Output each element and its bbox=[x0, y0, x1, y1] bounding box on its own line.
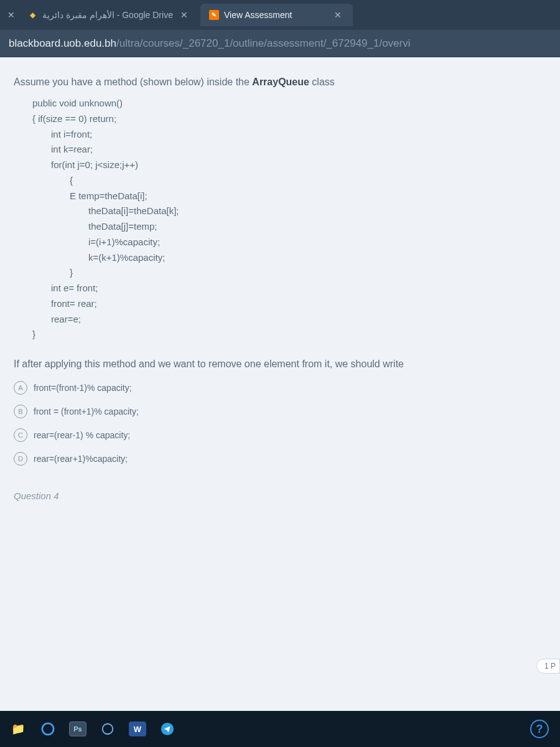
question-followup: If after applying this method and we wan… bbox=[14, 359, 546, 370]
code-line: E temp=theData[i]; bbox=[70, 189, 546, 204]
answer-option-c[interactable]: Crear=(rear-1) % capacity; bbox=[14, 428, 546, 442]
tab-bar: ✕ ◆ الأهرام مقبرة دائرية - Google Drive … bbox=[0, 0, 560, 30]
points-pill: 1 P bbox=[536, 659, 560, 674]
code-line: theData[i]=theData[k]; bbox=[88, 204, 546, 219]
word-icon[interactable]: W bbox=[124, 716, 151, 742]
question-prompt: Assume you have a method (shown below) i… bbox=[14, 75, 546, 90]
code-line: public void unknown() bbox=[32, 96, 546, 111]
tab-view-assessment[interactable]: ✎ View Assessment ✕ bbox=[200, 4, 353, 26]
next-question-label: Question 4 bbox=[14, 491, 546, 501]
tab-label: الأهرام مقبرة دائرية - Google Drive bbox=[42, 10, 173, 20]
code-line: k=(k+1)%capacity; bbox=[88, 250, 546, 266]
answer-option-d[interactable]: Drear=(rear+1)%capacity; bbox=[14, 452, 546, 466]
svg-point-1 bbox=[103, 724, 113, 735]
cortana-icon[interactable] bbox=[95, 716, 121, 742]
code-line: int i=front; bbox=[51, 127, 546, 143]
option-text: rear=(rear+1)%capacity; bbox=[34, 454, 128, 464]
photoshop-icon[interactable]: Ps bbox=[65, 716, 91, 742]
tab-label: View Assessment bbox=[224, 10, 292, 20]
code-block: public void unknown(){ if(size == 0) ret… bbox=[14, 96, 546, 342]
drive-icon: ◆ bbox=[27, 10, 37, 20]
url-host: blackboard.uob.edu.bh bbox=[9, 37, 116, 50]
code-line: int k=rear; bbox=[51, 142, 546, 157]
code-line: for(int j=0; j<size;j++) bbox=[51, 157, 546, 173]
answer-option-a[interactable]: Afront=(front-1)% capacity; bbox=[14, 381, 546, 395]
close-icon[interactable]: ✕ bbox=[297, 10, 344, 20]
code-line: i=(i+1)%capacity; bbox=[88, 235, 546, 250]
tab-google-drive[interactable]: ◆ الأهرام مقبرة دائرية - Google Drive ✕ bbox=[19, 4, 199, 26]
code-line: front= rear; bbox=[51, 296, 546, 312]
option-text: front=(front-1)% capacity; bbox=[34, 383, 132, 393]
answer-options: Afront=(front-1)% capacity;Bfront = (fro… bbox=[14, 381, 546, 466]
taskbar: 📁 Ps W ? bbox=[0, 711, 560, 747]
telegram-icon[interactable] bbox=[154, 716, 180, 742]
close-icon[interactable]: ✕ bbox=[5, 10, 17, 20]
close-icon[interactable]: ✕ bbox=[178, 10, 190, 20]
code-line: } bbox=[32, 327, 546, 342]
option-letter-icon: A bbox=[14, 381, 27, 395]
page-content: Assume you have a method (shown below) i… bbox=[0, 57, 560, 711]
blackboard-icon: ✎ bbox=[209, 10, 219, 20]
option-text: rear=(rear-1) % capacity; bbox=[34, 430, 130, 440]
option-letter-icon: C bbox=[14, 428, 27, 442]
option-letter-icon: B bbox=[14, 405, 27, 418]
code-line: rear=e; bbox=[51, 312, 546, 327]
address-bar[interactable]: blackboard.uob.edu.bh/ultra/courses/_267… bbox=[0, 30, 560, 57]
option-text: front = (front+1)% capacity; bbox=[34, 406, 139, 416]
url-path: /ultra/courses/_26720_1/outline/assessme… bbox=[116, 37, 411, 50]
answer-option-b[interactable]: Bfront = (front+1)% capacity; bbox=[14, 405, 546, 418]
code-line: int e= front; bbox=[51, 281, 546, 296]
code-line: theData[j]=temp; bbox=[88, 219, 546, 235]
code-line: { if(size == 0) return; bbox=[32, 111, 546, 127]
code-line: { bbox=[70, 173, 546, 189]
svg-point-0 bbox=[42, 723, 54, 735]
file-explorer-icon[interactable]: 📁 bbox=[5, 716, 31, 742]
code-line: } bbox=[70, 265, 546, 281]
option-letter-icon: D bbox=[14, 452, 27, 466]
help-icon[interactable]: ? bbox=[530, 720, 549, 738]
edge-icon[interactable] bbox=[35, 716, 61, 742]
